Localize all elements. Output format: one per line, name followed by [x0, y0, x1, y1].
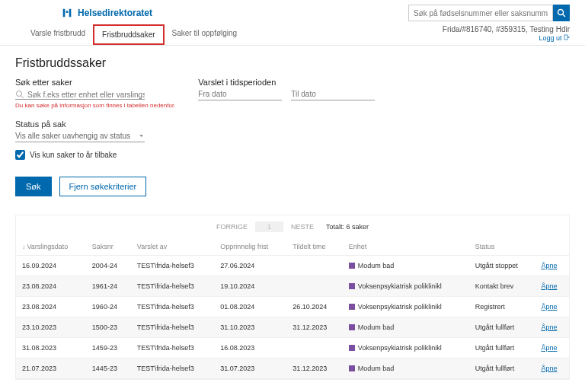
tab-fristbruddsaker[interactable]: Fristbruddsaker	[93, 24, 164, 45]
table-row: 31.08.20231459-23TEST\frida-helsef316.08…	[16, 338, 569, 359]
cell-tildelt: 26.10.2024	[286, 297, 342, 317]
col-opprinnelig-frist[interactable]: Opprinnelig frist	[214, 238, 286, 256]
cell-tildelt	[286, 338, 342, 359]
search-icon	[15, 90, 24, 99]
pager-total: Totalt: 6 saker	[326, 223, 369, 231]
brand-logo: Helsedirektoratet	[61, 8, 152, 18]
tab-saker-oppfolging[interactable]: Saker til oppfølging	[165, 24, 245, 45]
cell-frist: 27.06.2024	[214, 256, 286, 276]
global-search	[408, 5, 570, 21]
cell-date: 16.09.2024	[16, 256, 86, 276]
tab-varsle-fristbrudd[interactable]: Varsle fristbrudd	[23, 24, 93, 45]
enhet-icon	[349, 345, 355, 351]
cell-date: 23.08.2024	[16, 297, 86, 317]
pager-page: 1	[255, 221, 283, 232]
cell-frist: 19.10.2024	[214, 276, 286, 297]
enhet-icon	[349, 263, 355, 269]
to-date-field[interactable]	[291, 90, 375, 100]
case-search-input[interactable]	[27, 91, 145, 99]
from-date-field[interactable]	[198, 90, 282, 100]
col-varslet-av[interactable]: Varslet av	[131, 238, 214, 256]
cell-varslet-av: TEST\frida-helsef3	[131, 317, 214, 338]
cell-enhet: Voksenpsykiatrisk poliklinikl	[343, 276, 469, 297]
svg-line-1	[563, 14, 566, 18]
status-label: Status på sak	[15, 120, 570, 129]
cell-saksnr: 1500-23	[86, 317, 131, 338]
cell-varslet-av: TEST\frida-helsef3	[131, 297, 214, 317]
col-actions	[535, 238, 569, 256]
page-title: Fristbruddssaker	[15, 56, 570, 70]
cell-tildelt	[286, 276, 342, 297]
logo-icon	[61, 8, 73, 18]
enhet-icon	[349, 324, 355, 330]
col-status[interactable]: Status	[469, 238, 535, 256]
col-tildelt-time[interactable]: Tildelt time	[286, 238, 342, 256]
enhet-icon	[349, 304, 355, 310]
cell-enhet: Modum bad	[343, 256, 469, 276]
pager-prev[interactable]: FORRIGE	[216, 223, 248, 231]
cell-status: Utgått fullført	[469, 317, 535, 338]
global-search-input[interactable]	[408, 5, 553, 21]
cell-status: Utgått fullført	[469, 338, 535, 359]
search-icon	[557, 8, 566, 18]
cell-frist: 01.08.2024	[214, 297, 286, 317]
col-enhet[interactable]: Enhet	[343, 238, 469, 256]
search-button[interactable]: Søk	[15, 177, 52, 196]
two-years-checkbox[interactable]	[15, 150, 25, 160]
cell-date: 23.08.2024	[16, 276, 86, 297]
enhet-icon	[349, 365, 355, 371]
cell-frist: 31.07.2023	[214, 359, 286, 379]
cell-date: 31.08.2023	[16, 338, 86, 359]
open-link[interactable]: Åpne	[541, 262, 557, 269]
global-search-button[interactable]	[553, 5, 570, 21]
cell-varslet-av: TEST\frida-helsef3	[131, 276, 214, 297]
pager-next[interactable]: NESTE	[291, 223, 314, 231]
user-info: Frida/#816740, #359315, Testing Hdir	[443, 25, 570, 33]
cell-tildelt: 31.12.2023	[286, 317, 342, 338]
logout-link[interactable]: Logg ut	[539, 34, 570, 42]
cell-status: Registrert	[469, 297, 535, 317]
cell-frist: 31.10.2023	[214, 317, 286, 338]
from-date-input[interactable]	[198, 90, 295, 98]
cell-enhet: Voksenpsykiatrisk poliklinikl	[343, 338, 469, 359]
period-label: Varslet i tidsperioden	[198, 78, 375, 87]
sort-desc-icon: ↓	[22, 244, 25, 250]
cell-varslet-av: TEST\frida-helsef3	[131, 256, 214, 276]
enhet-icon	[349, 283, 355, 289]
cell-saksnr: 2004-24	[86, 256, 131, 276]
pager: FORRIGE 1 NESTE Totalt: 6 saker	[16, 215, 569, 238]
cell-saksnr: 1459-23	[86, 338, 131, 359]
cell-enhet: Voksenpsykiatrisk poliklinikl	[343, 297, 469, 317]
cell-tildelt	[286, 256, 342, 276]
open-link[interactable]: Åpne	[541, 344, 557, 352]
cell-date: 23.10.2023	[16, 317, 86, 338]
cases-table: ↓ Varslingsdato Saksnr Varslet av Opprin…	[16, 238, 569, 379]
open-link[interactable]: Åpne	[541, 323, 557, 331]
open-link[interactable]: Åpne	[541, 303, 557, 311]
open-link[interactable]: Åpne	[541, 282, 557, 290]
table-row: 16.09.20242004-24TEST\frida-helsef327.06…	[16, 256, 569, 276]
main-tabs: Varsle fristbrudd Fristbruddsaker Saker …	[23, 24, 245, 45]
status-select[interactable]: Vis alle saker uavhengig av status	[15, 130, 138, 142]
col-varslingsdato[interactable]: ↓ Varslingsdato	[16, 238, 86, 256]
cell-varslet-av: TEST\frida-helsef3	[131, 359, 214, 379]
table-row: 21.07.20231445-23TEST\frida-helsef331.07…	[16, 359, 569, 379]
cell-varslet-av: TEST\frida-helsef3	[131, 338, 214, 359]
cell-status: Kontakt brev	[469, 276, 535, 297]
cell-enhet: Modum bad	[343, 317, 469, 338]
cell-status: Utgått stoppet	[469, 256, 535, 276]
search-label: Søk etter saker	[15, 78, 175, 87]
clear-button[interactable]: Fjern søkekriterier	[59, 177, 147, 196]
table-row: 23.08.20241960-24TEST\frida-helsef301.08…	[16, 297, 569, 317]
cell-saksnr: 1445-23	[86, 359, 131, 379]
two-years-label: Vis kun saker to år tilbake	[30, 151, 117, 159]
search-hint: Du kan søke på informasjon som finnes i …	[15, 102, 175, 109]
col-saksnr[interactable]: Saksnr	[86, 238, 131, 256]
open-link[interactable]: Åpne	[541, 365, 557, 372]
to-date-input[interactable]	[291, 90, 388, 98]
svg-rect-2	[564, 35, 567, 40]
cell-date: 21.07.2023	[16, 359, 86, 379]
table-row: 23.10.20231500-23TEST\frida-helsef331.10…	[16, 317, 569, 338]
chevron-down-icon	[138, 132, 145, 139]
svg-point-3	[17, 91, 22, 97]
